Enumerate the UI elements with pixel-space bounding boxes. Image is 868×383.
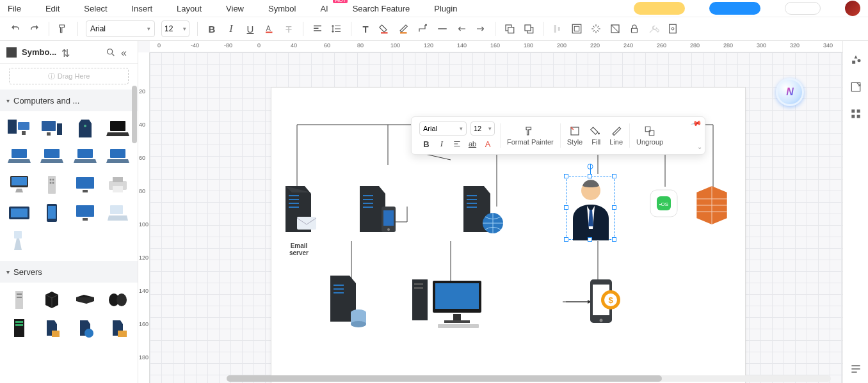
resize-handle-n[interactable] [588,174,592,178]
font-color-icon[interactable]: A [263,22,276,35]
underline-icon[interactable]: U [244,22,257,35]
shape-pos[interactable] [104,201,132,225]
extra-button[interactable] [785,2,821,15]
ctx-format-painter-icon[interactable] [524,125,536,137]
shape-tablet-portrait[interactable] [38,201,66,225]
page-setup-icon[interactable] [666,22,679,35]
line-spacing-icon[interactable] [330,22,343,35]
menu-search-feature[interactable]: Search Feature [353,4,410,13]
send-back-icon[interactable] [522,22,535,35]
shape-server-web[interactable] [71,316,99,340]
resize-handle-s[interactable] [588,237,592,242]
resize-handle-sw[interactable] [564,237,568,242]
apps-icon[interactable] [849,107,862,120]
shape-server-flat[interactable] [71,288,99,312]
bold-icon[interactable]: B [205,22,218,35]
canvas[interactable]: 0-40-80040608010012014016018020022024026… [138,41,842,383]
shape-workstation[interactable] [5,116,33,141]
ctx-italic-icon[interactable]: I [436,138,447,150]
shape-laptop-dark[interactable] [104,116,132,141]
node-web-server[interactable] [457,184,506,241]
line-style-icon[interactable] [436,22,449,35]
font-size-select[interactable]: 12▾ [161,20,189,37]
node-db-server[interactable] [325,273,370,333]
horizontal-scrollbar[interactable] [227,375,831,382]
shape-monitor-1[interactable] [71,173,99,197]
shape-laptop-4[interactable] [104,145,132,169]
arrow-start-icon[interactable] [455,22,468,35]
shape-kiosk[interactable] [5,229,33,253]
align-objects-icon[interactable] [551,22,564,35]
shape-monitor-2[interactable] [71,201,99,225]
ctx-font-color-icon[interactable]: A [482,138,494,150]
shape-server-file[interactable] [38,316,66,340]
bring-front-icon[interactable] [503,22,516,35]
ctx-size-select[interactable]: 12▾ [470,121,495,136]
resize-handle-se[interactable] [612,237,616,242]
collapse-sidebar-icon[interactable]: « [121,47,131,58]
arrow-end-icon[interactable] [474,22,487,35]
tools-icon[interactable] [647,22,660,35]
expand-icon[interactable]: ⇅ [61,47,72,58]
ctx-font-select[interactable]: Arial▾ [419,121,467,136]
node-mobile-payment[interactable]: $ [585,277,621,331]
menu-symbol[interactable]: Symbol [268,4,296,13]
font-family-select[interactable]: Arial▾ [86,20,155,37]
category-servers[interactable]: ▾Servers [0,261,138,283]
group-icon[interactable] [570,22,583,35]
align-icon[interactable] [311,22,324,35]
ctx-line-icon[interactable] [611,125,622,137]
crop-icon[interactable] [609,22,622,35]
canvas-grid[interactable]: Email server [150,52,842,383]
shape-laptop-1[interactable] [5,145,33,169]
fill-color-icon[interactable] [378,22,391,35]
node-email-server[interactable]: Email server [278,184,320,256]
node-app-box[interactable]: •OS [649,189,679,221]
category-computers[interactable]: ▾Computers and ... [0,90,138,111]
redo-icon[interactable] [28,22,41,35]
shape-server-vr[interactable] [104,288,132,312]
shape-server-folder[interactable] [104,316,132,340]
pin-icon[interactable]: 📌 [691,118,703,130]
resize-handle-w[interactable] [564,205,568,210]
shape-server-rack[interactable] [5,316,33,340]
menu-select[interactable]: Select [84,4,107,13]
sidebar-scrollbar[interactable] [132,86,137,143]
drag-here-zone[interactable]: ⓘDrag Here [9,68,129,84]
node-businessman-selected[interactable] [566,176,615,240]
ctx-align-icon[interactable] [451,138,463,150]
ctx-case-icon[interactable]: ab [467,138,478,150]
resize-handle-nw[interactable] [564,174,568,178]
node-pc[interactable] [408,273,485,333]
resize-handle-e[interactable] [612,205,616,210]
shape-laptop-3[interactable] [71,145,99,169]
effects-icon[interactable] [590,22,602,35]
shape-desktop[interactable] [38,116,66,141]
connector-icon[interactable] [417,22,430,35]
shape-printer[interactable] [104,173,132,197]
search-icon[interactable] [106,47,116,58]
user-avatar[interactable] [845,1,860,16]
export-icon[interactable] [849,81,862,93]
theme-icon[interactable] [849,54,862,66]
shape-tower[interactable] [71,116,99,141]
menu-insert[interactable]: Insert [132,4,153,13]
shape-server-cube[interactable] [38,288,66,312]
text-tool-icon[interactable]: T [359,22,372,35]
node-mobile-server[interactable] [355,184,399,241]
ctx-bold-icon[interactable]: B [421,138,432,150]
share-button[interactable] [709,2,760,15]
menu-layout[interactable]: Layout [177,4,202,13]
scrollbar-thumb[interactable] [227,375,662,382]
shape-imac[interactable] [5,173,33,197]
upgrade-button[interactable] [634,2,685,15]
menu-edit[interactable]: Edit [45,4,60,13]
line-color-icon[interactable] [398,22,410,35]
shape-tablet-landscape[interactable] [5,201,33,225]
shape-mac-pro[interactable] [38,173,66,197]
format-painter-icon[interactable] [57,22,70,35]
shape-server-tower[interactable] [5,288,33,312]
node-firewall[interactable] [694,184,730,228]
lock-icon[interactable] [628,22,641,35]
menu-view[interactable]: View [226,4,244,13]
